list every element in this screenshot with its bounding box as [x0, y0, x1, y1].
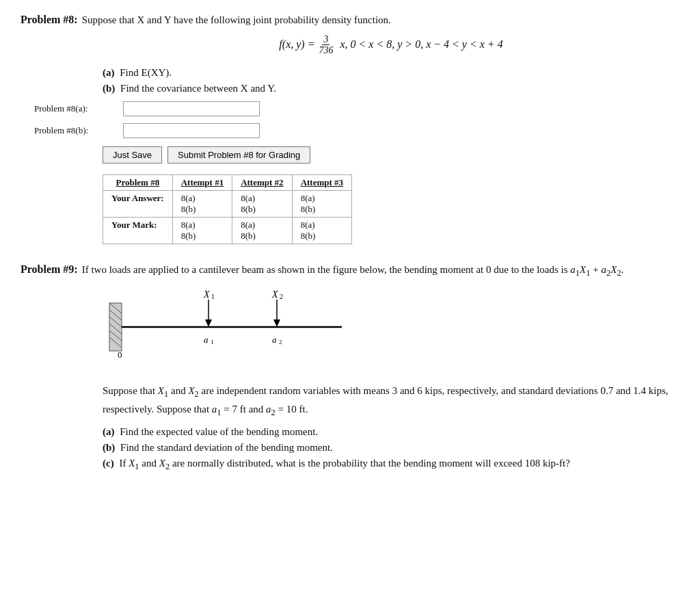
formula-rhs: x, 0 < x < 8, y > 0, x − 4 < y < x + 4	[340, 38, 502, 50]
attempt2-answer: 8(a) 8(b)	[232, 190, 292, 217]
part-a-text: Find E(XY).	[120, 67, 172, 78]
answer-b-input[interactable]	[123, 123, 260, 138]
problem9-intro: If two loads are applied to a cantilever…	[82, 264, 624, 278]
your-mark-label: Your Mark:	[103, 217, 173, 244]
attempt1-mark: 8(a) 8(b)	[172, 217, 232, 244]
x1-label: X	[203, 289, 210, 300]
col-problem: Problem #8	[103, 174, 173, 190]
p9-part-a-text: Find the expected value of the bending m…	[120, 426, 318, 437]
answer-b-label: Problem #8(b):	[34, 125, 123, 136]
problem9-description: Suppose that X1 and X2 are independent r…	[103, 382, 679, 419]
submit-button[interactable]: Submit Problem #8 for Grading	[167, 146, 310, 163]
formula-fraction: 3 736	[317, 34, 334, 56]
problem9-header: Problem #9: If two loads are applied to …	[21, 263, 679, 278]
problem8-label: Problem #8:	[21, 14, 78, 26]
answer-a-input[interactable]	[123, 101, 260, 116]
col-attempt1: Attempt #1	[172, 174, 232, 190]
attempt2-b: 8(b)	[241, 204, 283, 215]
svg-text:2: 2	[279, 339, 282, 345]
col-attempt2: Attempt #2	[232, 174, 292, 190]
svg-text:2: 2	[280, 293, 283, 300]
attempt3-answer: 8(a) 8(b)	[292, 190, 351, 217]
attempt2-a: 8(a)	[241, 193, 283, 204]
p9-part-b-text: Find the standard deviation of the bendi…	[120, 442, 333, 453]
p9-part-c-label: (c)	[103, 458, 114, 469]
p9-part-b-label: (b)	[103, 442, 115, 453]
problem8-section: Problem #8: Suppose that X and Y have th…	[21, 14, 679, 244]
problem8-formula: f(x, y) = 3 736 x, 0 < x < 8, y > 0, x −…	[103, 34, 679, 56]
beam-diagram: X 1 X 2 a 1 a 2 0	[103, 289, 362, 371]
svg-text:1: 1	[211, 339, 214, 345]
col-attempt3: Attempt #3	[292, 174, 351, 190]
answer-row-b: Problem #8(b):	[34, 123, 679, 138]
attempt3-mark: 8(a) 8(b)	[292, 217, 351, 244]
answer-a-label: Problem #8(a):	[34, 103, 123, 114]
problem9-part-a: (a) Find the expected value of the bendi…	[103, 426, 679, 438]
problem9-section: Problem #9: If two loads are applied to …	[21, 263, 679, 472]
attempt1-mark-a: 8(a)	[181, 220, 224, 231]
svg-rect-0	[109, 303, 122, 351]
your-answer-row: Your Answer: 8(a) 8(b) 8(a) 8(b) 8(a) 8(…	[103, 190, 352, 217]
svg-text:0: 0	[118, 350, 122, 360]
part-b-label: (b)	[103, 83, 115, 94]
problem8-subparts: (a) Find E(XY). (b) Find the covariance …	[103, 67, 679, 94]
svg-text:a: a	[204, 335, 208, 345]
attempt2-mark-a: 8(a)	[241, 220, 283, 231]
attempt2-mark: 8(a) 8(b)	[232, 217, 292, 244]
attempt1-b: 8(b)	[181, 204, 224, 215]
attempt2-mark-b: 8(b)	[241, 231, 283, 241]
svg-text:1: 1	[211, 293, 215, 300]
just-save-button[interactable]: Just Save	[103, 146, 162, 163]
part-b-text: Find the covariance between X and Y.	[120, 83, 276, 94]
svg-text:a: a	[272, 335, 277, 345]
attempt3-mark-a: 8(a)	[301, 220, 343, 231]
problem9-part-c: (c) If X1 and X2 are normally distribute…	[103, 458, 679, 472]
problem8-part-a: (a) Find E(XY).	[103, 67, 679, 79]
frac-denominator: 736	[317, 45, 334, 55]
part-a-label: (a)	[103, 67, 115, 78]
problem9-formula: a	[570, 264, 576, 275]
attempt3-a: 8(a)	[301, 193, 343, 204]
problem9-part-b: (b) Find the standard deviation of the b…	[103, 442, 679, 454]
problem8-intro: Suppose that X and Y have the following …	[82, 14, 391, 26]
svg-marker-12	[273, 319, 280, 327]
problem9-parts: (a) Find the expected value of the bendi…	[103, 426, 679, 472]
button-row: Just Save Submit Problem #8 for Grading	[103, 146, 679, 163]
attempt1-answer: 8(a) 8(b)	[172, 190, 232, 217]
attempts-table: Problem #8 Attempt #1 Attempt #2 Attempt…	[103, 174, 352, 244]
problem8-part-b: (b) Find the covariance between X and Y.	[103, 83, 679, 94]
problem9-label: Problem #9:	[21, 263, 78, 276]
p9-part-a-label: (a)	[103, 426, 115, 437]
x2-label: X	[271, 289, 278, 300]
your-mark-row: Your Mark: 8(a) 8(b) 8(a) 8(b) 8(a) 8(b)	[103, 217, 352, 244]
your-answer-label: Your Answer:	[103, 190, 173, 217]
attempt1-a: 8(a)	[181, 193, 224, 204]
svg-marker-9	[205, 319, 212, 327]
attempt3-mark-b: 8(b)	[301, 231, 343, 241]
frac-numerator: 3	[322, 34, 329, 45]
p9-part-c-text: If X1 and X2 are normally distributed, w…	[119, 458, 569, 469]
answer-row-a: Problem #8(a):	[34, 101, 679, 116]
attempt1-mark-b: 8(b)	[181, 231, 224, 241]
problem8-header: Problem #8: Suppose that X and Y have th…	[21, 14, 679, 26]
beam-svg: X 1 X 2 a 1 a 2 0	[103, 289, 362, 371]
attempt3-b: 8(b)	[301, 204, 343, 215]
